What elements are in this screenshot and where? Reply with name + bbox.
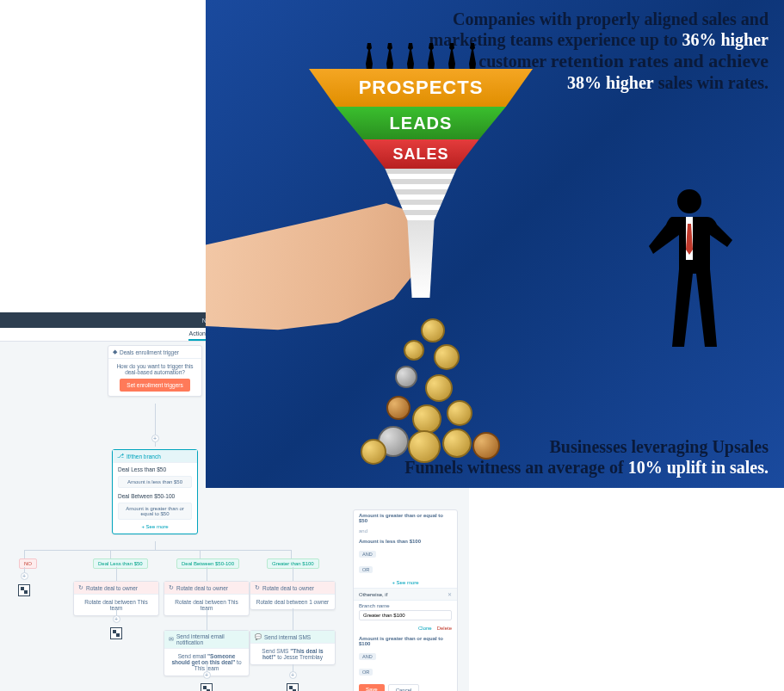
branch-label-no[interactable]: NO <box>19 558 37 569</box>
funnel-stem <box>309 220 533 298</box>
text: Businesses leveraging Upsales <box>550 437 769 456</box>
text: Companies with properly aligned sales an… <box>453 9 769 28</box>
add-step-button[interactable]: + <box>289 671 297 679</box>
connector <box>116 567 117 581</box>
and-button[interactable]: AND <box>359 653 376 660</box>
end-marker-icon <box>110 627 122 639</box>
connector <box>291 550 292 558</box>
condition-text[interactable]: Amount is greater than or equal to $100 <box>359 636 443 646</box>
branch-icon: ⎇ <box>117 453 124 460</box>
connector <box>24 550 291 551</box>
end-marker-icon <box>201 683 213 691</box>
card-body: How do you want to trigger this deal-bas… <box>108 359 201 396</box>
condition-text[interactable]: Amount is less than $100 <box>359 539 421 544</box>
add-step-button[interactable]: + <box>203 671 211 679</box>
branch-label-1[interactable]: Deal Less than $50 <box>93 558 148 569</box>
trigger-prompt: How do you want to trigger this deal-bas… <box>113 363 197 375</box>
connector <box>207 567 207 581</box>
condition-text[interactable]: Amount is greater than or equal to $50 <box>359 513 443 523</box>
connector <box>110 550 111 558</box>
condition-pill[interactable]: Amount is greater than or equal to $50 <box>118 503 192 520</box>
condition-pill[interactable]: Amount is less than $50 <box>118 476 192 488</box>
text: Funnels witness an average of <box>404 458 627 477</box>
infographic-headline-bottom: Businesses leveraging Upsales Funnels wi… <box>404 436 769 478</box>
card-title: Rotate deal to owner <box>262 585 314 591</box>
if-then-branch-card[interactable]: ⎇ If/then branch Deal Less than $50 Amou… <box>112 449 198 534</box>
close-icon[interactable]: ✕ <box>448 591 452 597</box>
or-button[interactable]: OR <box>359 566 373 573</box>
funnel-layer-prospects: PROSPECTS <box>309 69 533 107</box>
connector <box>155 541 156 550</box>
funnel-layer-sales: SALES <box>309 139 533 169</box>
field-label: Branch name <box>359 603 452 608</box>
funnel-layer-leads: LEADS <box>309 107 533 139</box>
rotate-deal-card[interactable]: ↻Rotate deal to owner Rotate deal betwee… <box>250 581 336 610</box>
card-header: ⎇ If/then branch <box>113 450 197 463</box>
email-icon: ✉ <box>169 636 174 643</box>
branch-section-title: Deal Less than $50 <box>113 463 197 474</box>
businessman-silhouette <box>646 189 732 370</box>
branch-section-title: Deal Between $50-100 <box>113 490 197 501</box>
end-marker-icon <box>287 683 299 691</box>
card-title: Rotate deal to owner <box>86 585 138 591</box>
funnel-stripes <box>309 169 533 220</box>
card-title: Send internal email notification <box>176 633 244 645</box>
save-button[interactable]: Save <box>359 684 385 691</box>
and-button[interactable]: AND <box>359 551 376 558</box>
text: retention rates and achieve <box>551 50 769 71</box>
operator-text: and <box>354 526 457 536</box>
card-body: Send SMS "This deal is hot!" to Jesse Tr… <box>250 644 335 664</box>
clone-button[interactable]: Clone <box>418 626 432 631</box>
add-step-button[interactable]: + <box>151 435 159 442</box>
end-marker-icon <box>18 584 30 596</box>
highlight: 36% higher <box>682 30 769 49</box>
card-title: Rotate deal to owner <box>176 585 228 591</box>
send-sms-card[interactable]: 💬Send internal SMS Send SMS "This deal i… <box>250 630 336 665</box>
set-triggers-button[interactable]: Set enrollment triggers <box>120 379 189 392</box>
branch-name-input[interactable] <box>359 610 452 620</box>
card-header: ◆ Deals enrollment trigger <box>108 346 201 359</box>
connector <box>24 550 25 558</box>
card-title: Send internal SMS <box>264 634 311 640</box>
connector <box>293 567 293 581</box>
otherwise-label: Otherwise, if <box>359 592 387 597</box>
rotate-icon: ↻ <box>78 584 83 591</box>
enrollment-trigger-card[interactable]: ◆ Deals enrollment trigger How do you wa… <box>108 345 202 397</box>
cancel-button[interactable]: Cancel <box>388 684 420 691</box>
or-button[interactable]: OR <box>359 669 373 676</box>
highlight: 10% uplift in sales. <box>628 458 769 477</box>
delete-button[interactable]: Delete <box>437 626 452 631</box>
card-title: Deals enrollment trigger <box>120 349 179 355</box>
deal-icon: ◆ <box>113 349 117 355</box>
highlight: 38% higher <box>567 73 654 92</box>
see-more-link[interactable]: + See more <box>354 577 457 588</box>
card-title: If/then branch <box>127 453 161 460</box>
rotate-icon: ↻ <box>169 584 174 591</box>
branch-label-2[interactable]: Deal Between $50-100 <box>176 558 239 569</box>
infographic-panel: Companies with properly aligned sales an… <box>206 0 784 488</box>
sales-funnel: PROSPECTS LEADS SALES <box>309 69 533 298</box>
add-step-button[interactable]: + <box>113 615 120 623</box>
text: sales win rates. <box>654 73 769 92</box>
connector <box>293 608 293 630</box>
see-more-link[interactable]: + See more <box>113 521 197 534</box>
connector <box>207 608 207 630</box>
text: customer <box>478 52 551 71</box>
connector <box>200 550 201 558</box>
branch-editor-panel: Amount is greater than or equal to $50 a… <box>353 509 458 691</box>
card-body: Rotate deal between 1 owner <box>250 595 335 609</box>
add-step-button[interactable]: + <box>21 572 28 580</box>
sms-icon: 💬 <box>255 633 262 640</box>
rotate-icon: ↻ <box>255 584 260 591</box>
